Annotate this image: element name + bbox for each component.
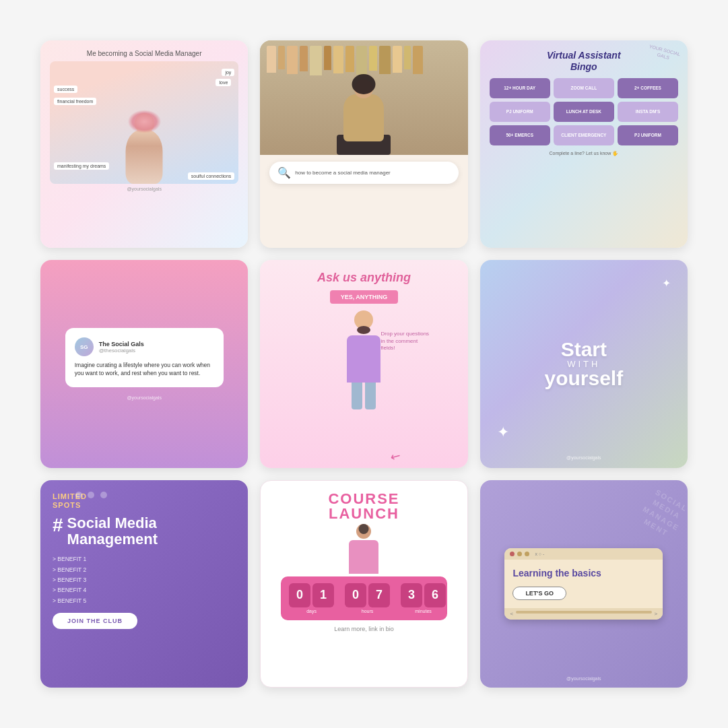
hours-group: 0 7 hours bbox=[345, 583, 390, 614]
minutes-label: minutes bbox=[415, 609, 432, 614]
window-frame: x ○ - Learning the basics LET'S GO < > bbox=[504, 548, 663, 620]
bingo-cell-3: PJ UNIFORM bbox=[490, 102, 550, 122]
dot-decoration-2 bbox=[88, 492, 94, 498]
bingo-cell-6: 50+ EMERCS bbox=[490, 125, 550, 145]
main-grid: Me becoming a Social Media Manager joy bbox=[0, 0, 728, 728]
tweet-name: The Social Gals bbox=[99, 341, 144, 348]
sparkle-icon-1: ✦ bbox=[662, 277, 671, 290]
card8-title: COURSE LAUNCH bbox=[328, 492, 399, 521]
card1-photo: joy love success financial freedom manif… bbox=[50, 61, 238, 184]
card-search-photo: 🔍 how to become a social media manager bbox=[260, 40, 467, 248]
dot-decoration-1 bbox=[75, 492, 82, 498]
minutes-digit1: 3 bbox=[401, 583, 422, 607]
sparkle-icon-2: ✦ bbox=[497, 424, 509, 441]
scrollbar bbox=[516, 611, 652, 614]
card7-benefits: > BENEFIT 1 > BENEFIT 2 > BENEFIT 3 > BE… bbox=[53, 554, 236, 605]
card-limited-spots: LIMITED SPOTS # Social Media Management … bbox=[40, 480, 248, 688]
minutes-digit2: 6 bbox=[424, 583, 446, 607]
tweet-text: Imagine curating a lifestyle where you c… bbox=[75, 362, 214, 378]
bingo-cell-5: INSTA DM'S bbox=[618, 102, 678, 122]
bingo-cell-0: 12+ HOUR DAY bbox=[490, 78, 550, 98]
hours-digit2: 7 bbox=[368, 583, 390, 607]
window-footer: < > bbox=[504, 608, 663, 620]
bingo-cell-4: LUNCH AT DESK bbox=[554, 102, 614, 122]
card5-title: Ask us anything bbox=[317, 271, 411, 285]
bingo-cell-2: 2+ COFFEES bbox=[618, 78, 678, 98]
card3-grid: 12+ HOUR DAY ZOOM CALL 2+ COFFEES PJ UNI… bbox=[490, 78, 678, 145]
card3-footer: Complete a line? Let us know 🖐 bbox=[490, 151, 678, 156]
card-ask-anything: Ask us anything YES, ANYTHING Drop your … bbox=[260, 260, 467, 467]
card2-search-text: how to become a social media manager bbox=[295, 170, 390, 176]
tag-soulful: soulful connections bbox=[188, 172, 235, 180]
watermark-text: SOCIALMEDIAMANAGEMENT bbox=[636, 486, 688, 543]
window-title-text: x ○ - bbox=[535, 552, 544, 556]
tweet-user: The Social Gals @thesocialgals bbox=[99, 341, 144, 354]
tag-love: love bbox=[216, 79, 231, 86]
card6-handle: @yoursocialgals bbox=[566, 455, 601, 460]
tweet-box: SG The Social Gals @thesocialgals Imagin… bbox=[65, 328, 224, 387]
card2-search-bar[interactable]: 🔍 how to become a social media manager bbox=[269, 162, 458, 184]
card9-learn-title: Learning the basics bbox=[512, 568, 655, 579]
win-close-btn bbox=[510, 552, 515, 556]
lets-go-button[interactable]: LET'S GO bbox=[512, 587, 566, 600]
card7-title-area: # Social Media Management bbox=[53, 515, 236, 548]
join-club-button[interactable]: JOIN THE CLUB bbox=[53, 613, 137, 629]
win-maximize-btn bbox=[525, 552, 529, 556]
avatar: SG bbox=[75, 337, 94, 356]
card6-line1: Start bbox=[544, 339, 623, 360]
card-social-media-manager: Me becoming a Social Media Manager joy bbox=[40, 40, 248, 248]
card5-drop-text: Drop your questions in the comment field… bbox=[380, 331, 431, 352]
tweet-handle: @thesocialgals bbox=[99, 348, 144, 354]
card1-title: Me becoming a Social Media Manager bbox=[50, 50, 238, 57]
footer-left-arrow: < bbox=[510, 611, 513, 617]
win-minimize-btn bbox=[517, 552, 522, 556]
card5-person-body bbox=[347, 335, 380, 383]
card-tweet: SG The Social Gals @thesocialgals Imagin… bbox=[40, 260, 248, 467]
search-icon: 🔍 bbox=[277, 166, 291, 179]
arrow-icon: ↙ bbox=[388, 447, 404, 465]
card9-handle: @yoursocialgals bbox=[566, 676, 601, 681]
card-start-yourself: ✦ Start WITH yourself ✦ @yoursocialgals bbox=[480, 260, 688, 467]
window-titlebar: x ○ - bbox=[504, 548, 663, 560]
hours-label: hours bbox=[362, 609, 374, 614]
days-digit1: 0 bbox=[289, 583, 310, 607]
card4-handle: @yoursocialgals bbox=[127, 395, 161, 400]
countdown-timer: 0 1 days 0 7 hours 3 6 bbox=[281, 576, 447, 620]
bingo-cell-7: CLIENT EMERGENCY bbox=[554, 125, 614, 145]
tag-success: success bbox=[54, 86, 77, 93]
card7-title: Social Media Management bbox=[67, 515, 236, 548]
tag-manifesting: manifesting my dreams bbox=[54, 162, 109, 170]
card5-subtitle: YES, ANYTHING bbox=[330, 290, 399, 304]
card1-handle: @yoursocialgals bbox=[50, 187, 238, 191]
minutes-group: 3 6 minutes bbox=[401, 583, 446, 614]
card-learning-basics: SOCIALMEDIAMANAGEMENT x ○ - Learning the… bbox=[480, 480, 688, 688]
bingo-cell-8: PJ UNIFORM bbox=[618, 125, 678, 145]
card-bingo: YOUR SOCIAL GALS Virtual AssistantBingo … bbox=[480, 40, 688, 248]
dot-decoration-3 bbox=[100, 492, 107, 498]
footer-right-arrow: > bbox=[655, 611, 658, 617]
days-label: days bbox=[306, 609, 317, 614]
days-group: 0 1 days bbox=[289, 583, 334, 614]
tag-financial: financial freedom bbox=[54, 98, 96, 105]
card2-photo bbox=[260, 40, 467, 155]
days-digit2: 1 bbox=[312, 583, 334, 607]
card6-line3: yourself bbox=[544, 368, 623, 389]
card-course-launch: COURSE LAUNCH 0 1 days bbox=[260, 480, 467, 688]
hashtag-icon: # bbox=[53, 515, 63, 536]
card8-footer: Learn more, link in bio bbox=[334, 626, 394, 632]
tweet-header: SG The Social Gals @thesocialgals bbox=[75, 337, 214, 356]
bingo-cell-1: ZOOM CALL bbox=[554, 78, 614, 98]
window-body: Learning the basics LET'S GO bbox=[504, 560, 663, 608]
hours-digit1: 0 bbox=[345, 583, 366, 607]
card6-text: Start WITH yourself bbox=[544, 339, 623, 389]
